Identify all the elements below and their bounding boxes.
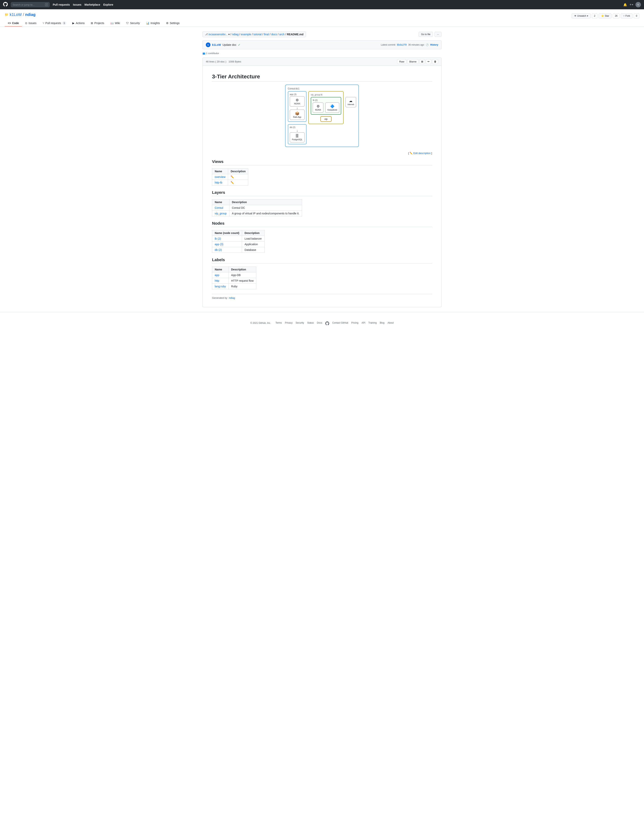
labels-col-desc: Description — [229, 267, 256, 272]
commit-author-link[interactable]: k1LoW — [212, 43, 221, 46]
pull-requests-link[interactable]: Pull requests — [53, 3, 70, 6]
file-action-buttons: Raw Blame ⊞ ✏ 🗑 — [397, 59, 438, 64]
tab-pull-requests[interactable]: ⑂ Pull requests 1 — [40, 20, 69, 27]
node-lb-link[interactable]: lb (2) — [215, 237, 221, 240]
label-app-link[interactable]: app — [215, 273, 219, 276]
contributor-icon: 👥 — [202, 52, 205, 55]
footer-github-logo — [325, 322, 329, 326]
repo-breadcrumb: 📁 k1LoW / ndiag — [5, 13, 36, 17]
watch-button[interactable]: 👁 Unwatch ▾ — [571, 13, 591, 18]
explore-link[interactable]: Explore — [103, 3, 113, 6]
node-db-link[interactable]: db (2) — [215, 248, 222, 251]
file-info-bar: 46 lines ( 29 sloc ) 1006 Bytes Raw Blam… — [202, 57, 442, 66]
app-nginx-label: NGINX — [292, 103, 302, 105]
raw-button[interactable]: Raw — [397, 59, 407, 64]
commit-author-avatar: k — [206, 42, 210, 47]
tab-settings[interactable]: ⚙ Settings — [163, 20, 183, 27]
arrow-down-1: ↓ — [290, 107, 305, 110]
search-box[interactable]: Search or jump to... / — [11, 2, 50, 7]
display-button[interactable]: ⊞ — [420, 59, 425, 64]
blame-button[interactable]: Blame — [407, 59, 419, 64]
footer-api-link[interactable]: API — [362, 322, 365, 326]
footer-terms-link[interactable]: Terms — [276, 322, 282, 326]
arrow-down-2: ↓ — [290, 129, 305, 132]
goto-file-button[interactable]: Go to file — [419, 32, 433, 37]
tab-actions[interactable]: ▶ Actions — [69, 20, 88, 27]
view-http-lb-link[interactable]: http-lb — [215, 181, 222, 184]
plus-icon[interactable]: + ▾ — [629, 3, 633, 7]
fork-button[interactable]: ⑂ Fork — [621, 13, 633, 18]
site-footer: © 2021 GitHub, Inc. Terms Privacy Securi… — [0, 312, 644, 334]
tab-projects[interactable]: ⊞ Projects — [88, 20, 107, 27]
layers-title: Layers — [212, 190, 432, 196]
tab-insights[interactable]: 📊 Insights — [143, 20, 163, 27]
commit-time: 36 minutes ago — [408, 44, 424, 46]
path-tutorial[interactable]: tutorial — [253, 33, 261, 36]
footer-copyright: © 2021 GitHub, Inc. — [250, 322, 271, 324]
layer-consul-desc: Consul DC — [229, 205, 302, 211]
ndiag-link[interactable]: ndiag — [229, 296, 235, 299]
views-col-desc: Description — [228, 168, 248, 174]
repo-name-link[interactable]: ndiag — [25, 13, 36, 17]
label-http-link[interactable]: http — [215, 279, 219, 282]
footer-status-link[interactable]: Status — [307, 322, 314, 326]
path-example[interactable]: example — [241, 33, 251, 36]
eye-icon: 👁 — [574, 15, 576, 17]
commit-sha-link[interactable]: 8bda2f0 — [397, 44, 407, 46]
footer-training-link[interactable]: Training — [368, 322, 377, 326]
contributor-label: contributor — [208, 52, 219, 55]
pr-icon: ⑂ — [43, 21, 44, 25]
tab-wiki[interactable]: 📖 Wiki — [107, 20, 123, 27]
footer-blog-link[interactable]: Blog — [380, 322, 384, 326]
generated-by: Generated by ndiag — [212, 296, 432, 299]
readme-title: 3-Tier Architecture — [212, 74, 432, 81]
footer-privacy-link[interactable]: Privacy — [285, 322, 292, 326]
consul-dc-box: Consul:dc1 app (3) ⚙ NGINX — [285, 84, 359, 147]
star-button[interactable]: ⭐ Star — [599, 13, 612, 18]
layer-consul-link[interactable]: Consul — [215, 206, 223, 209]
footer-pricing-link[interactable]: Pricing — [351, 322, 358, 326]
contributor-count: 1 — [206, 52, 207, 55]
path-final[interactable]: final — [264, 33, 269, 36]
footer-docs-link[interactable]: Docs — [317, 322, 322, 326]
more-options-button[interactable]: ··· — [434, 32, 442, 37]
layer-vip-group-link[interactable]: vip_group — [215, 212, 227, 215]
postgres-icon: 🗄 — [292, 134, 302, 138]
path-ndiag[interactable]: ndiag — [232, 33, 239, 36]
path-docs[interactable]: docs — [271, 33, 277, 36]
keepalived-label: Keepalived — [328, 109, 337, 111]
issues-link[interactable]: Issues — [73, 3, 81, 6]
tab-code[interactable]: <> Code — [5, 20, 22, 27]
table-row: Consul Consul DC — [212, 205, 302, 211]
tab-security[interactable]: 🛡 Security — [123, 20, 143, 27]
notification-icon[interactable]: 🔔 — [623, 3, 627, 6]
lines-info: 46 lines — [206, 60, 215, 63]
table-row: app (3) Application — [212, 241, 265, 247]
delete-button[interactable]: 🗑 — [432, 59, 438, 64]
github-logo-icon[interactable] — [3, 2, 8, 8]
tab-issues[interactable]: ⊙ Issues — [22, 20, 39, 27]
layer-vip-group-desc: A group of virtual IP and nodes/componen… — [229, 211, 302, 216]
view-overview-link[interactable]: overview — [215, 175, 225, 178]
footer-about-link[interactable]: About — [387, 322, 394, 326]
watch-chevron: ▾ — [587, 15, 588, 17]
db-group-label: db (2) — [290, 126, 305, 128]
edit-button[interactable]: ✏ — [426, 59, 431, 64]
bytes-info: 1006 Bytes — [229, 60, 241, 63]
postgres-label: PostgreSQL — [292, 139, 302, 141]
path-arch[interactable]: arch — [279, 33, 284, 36]
node-app-link[interactable]: app (3) — [215, 243, 223, 246]
footer-contact-link[interactable]: Contact GitHub — [332, 322, 348, 326]
edit-description-link[interactable]: ✏️ Edit description — [410, 152, 431, 155]
marketplace-link[interactable]: Marketplace — [85, 3, 100, 6]
label-lang-ruby-link[interactable]: lang:ruby — [215, 285, 226, 288]
view-overview-desc: ✏️ — [228, 174, 248, 180]
user-avatar[interactable]: k — [636, 2, 641, 7]
repo-owner-link[interactable]: k1LoW — [10, 13, 22, 17]
vip-node: vip — [320, 116, 331, 122]
lb-box: lb (2) ⚙ NGINX 🔷 Keepalived — [311, 97, 341, 115]
history-link[interactable]: History — [430, 44, 438, 46]
vip-row: vip — [311, 116, 341, 122]
footer-security-link[interactable]: Security — [295, 322, 304, 326]
branch-selector[interactable]: incasesensitiv... — [208, 33, 228, 36]
